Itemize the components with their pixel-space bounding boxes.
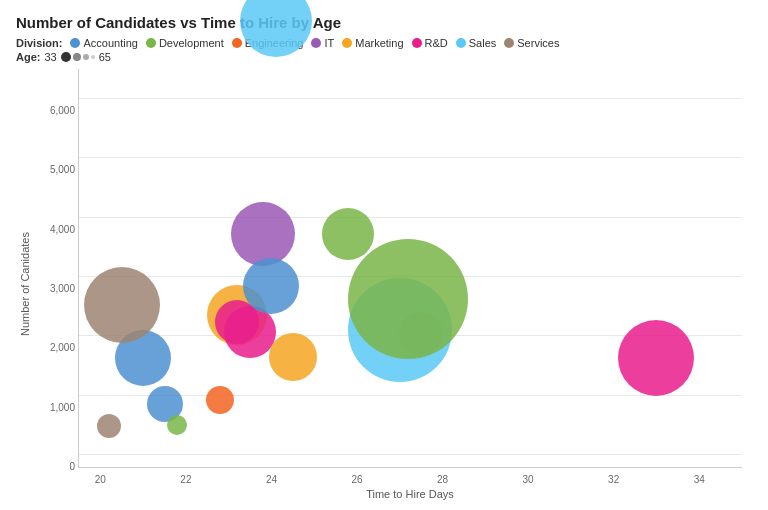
x-tick-label: 20 (95, 474, 106, 485)
y-tick-label: 4,000 (50, 223, 75, 234)
grid-line: 6,000 (79, 98, 742, 99)
y-tick-label: 3,000 (50, 282, 75, 293)
legend-age: Age: 33 65 (16, 51, 752, 63)
division-label: Division: (16, 37, 62, 49)
bubble-8[interactable] (231, 202, 295, 266)
legend-item-accounting: Accounting (70, 37, 137, 49)
x-tick-label: 28 (437, 474, 448, 485)
x-tick-label: 26 (351, 474, 362, 485)
age-max: 65 (99, 51, 111, 63)
chart-title: Number of Candidates vs Time to Hire by … (16, 14, 752, 31)
y-tick-label: 1,000 (50, 401, 75, 412)
x-tick-label: 22 (180, 474, 191, 485)
x-tick-label: 32 (608, 474, 619, 485)
bubble-2[interactable] (97, 414, 121, 438)
age-label: Age: (16, 51, 40, 63)
y-tick-label: 6,000 (50, 104, 75, 115)
bubble-12[interactable] (322, 208, 374, 260)
bubble-10[interactable] (269, 333, 317, 381)
bubble-15[interactable] (348, 239, 468, 359)
y-tick-label: 0 (69, 461, 75, 472)
legend-item-services: Services (504, 37, 559, 49)
plot-wrapper: 01,0002,0003,0004,0005,0006,000202224262… (34, 69, 752, 500)
legend-item-marketing: Marketing (342, 37, 403, 49)
age-dots (61, 52, 95, 62)
bubble-16[interactable] (618, 320, 694, 396)
grid-line: 5,000 (79, 157, 742, 158)
grid-line: 0 (79, 454, 742, 455)
bubble-17[interactable] (167, 415, 187, 435)
x-axis-label: Time to Hire Days (78, 488, 742, 500)
legend-item-development: Development (146, 37, 224, 49)
bubble-9[interactable] (243, 258, 299, 314)
y-tick-label: 5,000 (50, 164, 75, 175)
legend-item-sales: Sales (456, 37, 497, 49)
x-tick-label: 34 (694, 474, 705, 485)
chart-area: Number of Canidates 01,0002,0003,0004,00… (16, 69, 752, 500)
grid-line: 4,000 (79, 217, 742, 218)
bubble-3[interactable] (84, 267, 160, 343)
legend-item-it: IT (311, 37, 334, 49)
legend-division: Division: AccountingDevelopmentEngineeri… (16, 37, 752, 49)
y-tick-label: 2,000 (50, 342, 75, 353)
bubble-7[interactable] (206, 386, 234, 414)
age-dot-4 (91, 55, 95, 59)
x-tick-label: 30 (523, 474, 534, 485)
age-dot-2 (73, 53, 81, 61)
y-axis-label: Number of Canidates (16, 69, 34, 500)
legend-item-r&d: R&D (412, 37, 448, 49)
age-min: 33 (44, 51, 56, 63)
chart-container: Number of Candidates vs Time to Hire by … (0, 0, 768, 510)
x-tick-label: 24 (266, 474, 277, 485)
age-dot-1 (61, 52, 71, 62)
plot-area: 01,0002,0003,0004,0005,0006,000202224262… (78, 69, 742, 468)
age-dot-3 (83, 54, 89, 60)
